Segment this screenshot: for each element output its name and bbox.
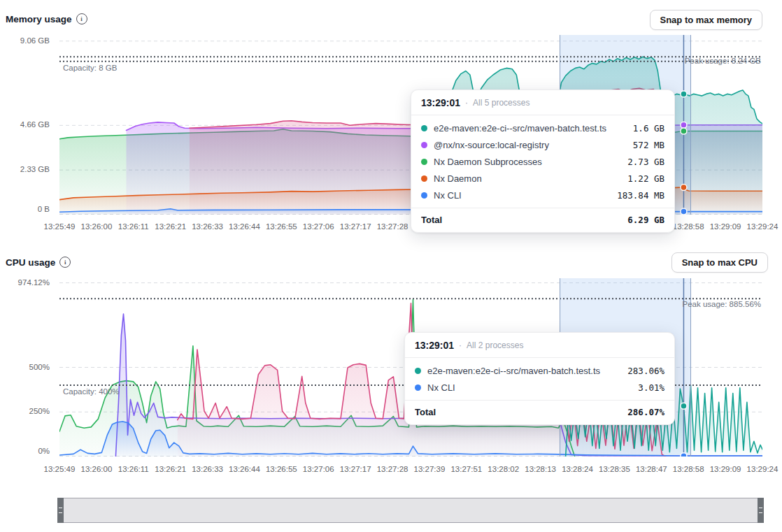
x-axis-tick: 13:25:49 [44, 222, 76, 231]
x-axis-tick: 13:27:06 [303, 465, 334, 473]
x-axis-tick: 13:28:35 [599, 465, 630, 473]
info-icon[interactable]: i [76, 13, 87, 24]
x-axis-tick: 13:27:51 [450, 465, 482, 473]
x-axis-tick: 13:26:21 [155, 222, 186, 231]
anchor-dot [681, 453, 687, 456]
tooltip-row: Nx Daemon Subprocesses2.73 GB [421, 153, 664, 170]
tooltip-rows: e2e-maven:e2e-ci--src/maven-batch.test.t… [405, 358, 674, 398]
y-axis-tick: 500% [29, 363, 50, 371]
process-value: 2.73 GB [627, 157, 664, 167]
x-axis-tick: 13:27:28 [377, 222, 408, 231]
series-color-dot [421, 125, 427, 131]
x-axis-tick: 13:27:28 [377, 465, 408, 473]
x-axis-tick: 13:27:17 [340, 465, 371, 473]
process-name: Nx Daemon Subprocesses [434, 157, 616, 167]
x-axis-tick: 13:28:02 [488, 465, 519, 473]
x-axis-tick: 13:29:09 [710, 222, 741, 231]
tooltip-header: 13:29:01 · All 2 processes [405, 333, 674, 358]
tooltip-row: e2e-maven:e2e-ci--src/maven-batch.test.t… [415, 362, 664, 379]
anchor-dot [681, 128, 687, 134]
series-color-dot [415, 368, 421, 374]
x-axis-tick: 13:25:49 [44, 465, 76, 473]
tooltip-total-label: Total [421, 215, 616, 225]
tooltip-row: Nx Daemon1.22 GB [421, 170, 664, 187]
tooltip-total-value: 286.07% [627, 407, 664, 417]
tooltip-subtitle: All 2 processes [467, 340, 523, 350]
series-color-dot [421, 192, 427, 199]
anchor-dot [681, 185, 687, 191]
x-axis-tick: 13:26:11 [118, 222, 149, 231]
cpu-tooltip: 13:29:01 · All 2 processes e2e-maven:e2e… [404, 332, 675, 425]
cpu-x-axis: 13:25:4913:26:0013:26:1113:26:2113:26:33… [59, 465, 762, 476]
process-name: Nx Daemon [434, 173, 616, 184]
tooltip-total-label: Total [415, 407, 616, 417]
y-axis-tick: 974.12% [18, 278, 50, 287]
x-axis-tick: 13:26:00 [81, 222, 113, 231]
x-axis-tick: 13:27:39 [414, 465, 446, 473]
x-axis-tick: 13:27:06 [303, 222, 334, 231]
tooltip-total-row: Total 286.07% [405, 400, 674, 424]
memory-usage-heading: Memory usage [6, 14, 72, 24]
process-name: Nx CLI [427, 382, 627, 393]
profiler-page: Memory usage i Snap to max memory 9.06 G… [0, 0, 782, 532]
x-axis-tick: 13:28:13 [525, 465, 556, 473]
anchor-dot [681, 403, 687, 409]
x-axis-tick: 13:26:33 [192, 222, 223, 231]
series-color-dot [421, 175, 427, 182]
snap-to-max-memory-button[interactable]: Snap to max memory [650, 10, 763, 30]
y-axis-tick: 4.66 GB [20, 120, 50, 129]
x-axis-tick: 13:26:44 [229, 222, 260, 231]
x-axis-tick: 13:27:17 [340, 222, 371, 231]
anchor-dot [681, 208, 687, 215]
brush-handle-right[interactable] [758, 498, 764, 523]
memory-tooltip: 13:29:01 · All 5 processes e2e-maven:e2e… [411, 89, 675, 233]
tooltip-row: Nx CLI183.84 MB [421, 187, 664, 203]
tooltip-total-value: 6.29 GB [627, 215, 664, 225]
tooltip-separator: · [465, 98, 468, 108]
tooltip-separator: · [459, 340, 462, 350]
snap-to-max-cpu-button[interactable]: Snap to max CPU [671, 252, 768, 273]
y-axis-tick: 9.06 GB [20, 36, 50, 45]
cpu-panel-title: CPU usage i [6, 257, 71, 268]
grip-icon [759, 508, 762, 513]
process-name: @nx/nx-source:local-registry [434, 140, 622, 150]
cpu-y-axis: 974.12%500%250%0% [0, 278, 55, 456]
x-axis-tick: 13:26:44 [229, 465, 260, 473]
memory-chart[interactable]: Capacity: 8 GB Peak usage: 8.24 GB 13:29… [59, 35, 762, 215]
process-value: 283.06% [627, 366, 664, 376]
x-axis-tick: 13:28:58 [673, 465, 704, 473]
anchor-dot [681, 91, 687, 97]
process-value: 1.22 GB [627, 173, 664, 184]
cpu-usage-heading: CPU usage [6, 257, 55, 268]
process-value: 3.01% [638, 382, 664, 393]
x-axis-tick: 13:28:47 [636, 465, 667, 473]
y-axis-tick: 2.33 GB [20, 165, 50, 173]
x-axis-tick: 13:28:24 [562, 465, 593, 473]
tooltip-header: 13:29:01 · All 5 processes [411, 90, 674, 115]
x-axis-tick: 13:26:55 [266, 465, 297, 473]
x-axis-tick: 13:26:11 [118, 465, 149, 473]
process-name: e2e-maven:e2e-ci--src/maven-batch.test.t… [427, 366, 616, 376]
tooltip-rows: e2e-maven:e2e-ci--src/maven-batch.test.t… [411, 115, 674, 206]
memory-y-axis: 9.06 GB4.66 GB2.33 GB0 B [0, 35, 55, 215]
info-icon[interactable]: i [59, 257, 71, 268]
y-axis-tick: 0% [38, 447, 50, 455]
x-axis-tick: 13:29:24 [747, 222, 779, 231]
y-axis-tick: 0 B [38, 205, 50, 213]
series-color-dot [421, 159, 427, 165]
process-name: e2e-maven:e2e-ci--src/maven-batch.test.t… [434, 123, 622, 134]
tooltip-time: 13:29:01 [421, 97, 460, 108]
y-axis-tick: 250% [29, 407, 50, 415]
x-axis-tick: 13:29:09 [710, 465, 741, 473]
process-name: Nx CLI [434, 190, 606, 201]
tooltip-row: Nx CLI3.01% [415, 379, 664, 396]
time-range-brush[interactable] [57, 498, 764, 523]
process-value: 183.84 MB [617, 190, 664, 201]
grip-icon [59, 508, 62, 513]
process-value: 1.6 GB [633, 123, 664, 134]
x-axis-tick: 13:26:21 [155, 465, 186, 473]
brush-handle-left[interactable] [57, 498, 64, 523]
cpu-chart[interactable]: Capacity: 400% Peak usage: 885.56% 13:29… [59, 278, 762, 456]
x-axis-tick: 13:26:55 [266, 222, 297, 231]
x-axis-tick: 13:26:33 [192, 465, 223, 473]
